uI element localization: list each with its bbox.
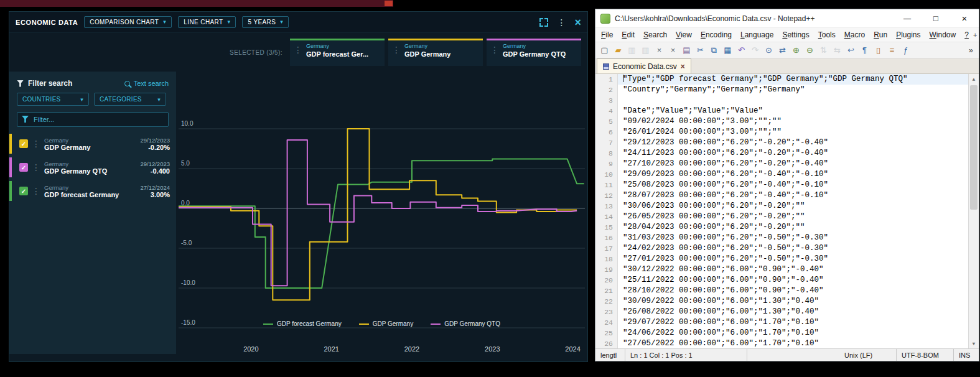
filter-input[interactable]: [17, 112, 169, 127]
drag-handle-icon[interactable]: ⋮: [490, 45, 499, 54]
save-all-icon[interactable]: ▥: [640, 44, 651, 56]
show-all-chars-icon[interactable]: ¶: [859, 44, 870, 56]
menu-item-settings[interactable]: Settings: [778, 29, 813, 40]
legend-item[interactable]: GDP Germany: [359, 320, 413, 327]
fullscreen-icon[interactable]: [539, 18, 548, 27]
countries-dropdown[interactable]: COUNTRIES ▾: [17, 93, 89, 106]
external-window-close-button[interactable]: [385, 1, 393, 6]
line-text[interactable]: "26/01/2024 00:00:00";"3.00";"";"": [618, 127, 968, 137]
series-list-item-gdp-germany-qtq[interactable]: ✓ ⋮ Germany 29/12/2023 GDP Germany QTQ -…: [9, 156, 176, 179]
cut-icon[interactable]: ✂: [694, 44, 706, 56]
line-text[interactable]: "Country";"Germany";"Germany";"Germany": [618, 85, 968, 95]
toolbar-overflow-icon[interactable]: »: [969, 45, 976, 55]
selected-chip-gdp-forecast[interactable]: ⋮ Germany GDP forecast Ger...: [290, 39, 385, 66]
series-list-item-gdp-germany[interactable]: ✓ ⋮ Germany 29/12/2023 GDP Germany -0.20…: [9, 132, 176, 156]
doc-list-icon[interactable]: ≡: [886, 44, 898, 56]
line-text[interactable]: "30/12/2022 00:00:00";"6.00";"0.90";"-0.…: [618, 264, 968, 275]
line-text[interactable]: "29/12/2023 00:00:00";"6.20";"-0.20";"-0…: [618, 137, 968, 148]
line-text[interactable]: "27/10/2023 00:00:00";"6.20";"-0.20";"-0…: [618, 159, 968, 169]
menu-item-file[interactable]: File: [597, 29, 617, 40]
function-list-icon[interactable]: ƒ: [900, 44, 912, 56]
kebab-menu-icon[interactable]: ⋮: [557, 18, 566, 27]
legend-item[interactable]: GDP Germany QTQ: [431, 320, 500, 327]
line-text[interactable]: "28/07/2023 00:00:00";"6.20";"-0.40";"-0…: [618, 190, 968, 201]
maximize-button[interactable]: □: [922, 9, 950, 28]
menu-item-macro[interactable]: Macro: [840, 29, 869, 40]
line-text[interactable]: "28/10/2022 00:00:00";"6.00";"0.90";"-0.…: [618, 286, 968, 296]
categories-dropdown[interactable]: CATEGORIES ▾: [94, 93, 166, 106]
comparison-chart-dropdown[interactable]: COMPARISON CHART ▾: [84, 16, 172, 28]
zoom-out-icon[interactable]: ⊖: [804, 44, 816, 56]
find-icon[interactable]: ⊙: [763, 44, 775, 56]
line-text[interactable]: [618, 95, 968, 106]
copy-icon[interactable]: ⧉: [708, 44, 720, 56]
line-text[interactable]: "24/02/2023 00:00:00";"6.20";"-0.50";"-0…: [618, 243, 968, 254]
close-file-icon[interactable]: ×: [653, 44, 665, 56]
close-icon[interactable]: ×: [574, 17, 581, 28]
minimize-button[interactable]: —: [893, 9, 922, 28]
menu-item-plugins[interactable]: Plugins: [892, 29, 925, 40]
line-text[interactable]: "24/11/2023 00:00:00";"6.20";"-0.20";"-0…: [618, 148, 968, 159]
zoom-in-icon[interactable]: ⊕: [790, 44, 802, 56]
close-all-icon[interactable]: ×: [667, 44, 679, 56]
series-list-item-gdp-forecast-germany[interactable]: ✓ ⋮ Germany 27/12/2024 GDP forecast Germ…: [9, 179, 176, 203]
time-range-dropdown[interactable]: 5 YEARS ▾: [242, 16, 289, 28]
series-checkbox[interactable]: ✓: [19, 163, 28, 172]
sync-v-icon[interactable]: ⇅: [818, 44, 829, 56]
menu-item-run[interactable]: Run: [869, 29, 892, 40]
menu-item-edit[interactable]: Edit: [617, 29, 639, 40]
new-file-icon[interactable]: ▢: [599, 44, 610, 56]
line-text[interactable]: "30/06/2023 00:00:00";"6.20";"-0.20";"": [618, 201, 968, 212]
line-text[interactable]: "25/11/2022 00:00:00";"6.00";"0.90";"-0.…: [618, 275, 968, 286]
line-text[interactable]: "25/08/2023 00:00:00";"6.20";"-0.40";"-0…: [618, 180, 968, 190]
tab-economic-data-csv[interactable]: Economic Data.csv ×: [597, 58, 691, 73]
redo-icon[interactable]: ↷: [749, 44, 761, 56]
drag-handle-icon[interactable]: ⋮: [32, 139, 40, 148]
text-search-tab[interactable]: Text search: [124, 80, 169, 87]
save-icon[interactable]: ▥: [626, 44, 638, 56]
doc-map-icon[interactable]: ▯: [872, 44, 884, 56]
line-text[interactable]: "09/02/2024 00:00:00";"3.00";"";"": [618, 116, 968, 127]
line-text[interactable]: "Date";"Value";"Value";"Value": [618, 106, 968, 116]
editor[interactable]: 1"Type";"GDP forecast Germany";"GDP Germ…: [595, 74, 979, 348]
line-text[interactable]: "26/05/2023 00:00:00";"6.20";"-0.20";"": [618, 212, 968, 222]
series-checkbox[interactable]: ✓: [19, 187, 28, 195]
line-text[interactable]: "Type";"GDP forecast Germany";"GDP Germa…: [618, 74, 968, 85]
selected-chip-gdp-germany[interactable]: ⋮ Germany GDP Germany: [388, 39, 483, 66]
menu-item-?[interactable]: ?: [960, 29, 973, 40]
line-text[interactable]: "28/04/2023 00:00:00";"6.20";"-0.20";"": [618, 222, 968, 233]
menu-item-tools[interactable]: Tools: [814, 29, 840, 40]
vertical-scrollbar[interactable]: ▲ ▼: [968, 74, 979, 348]
scrollbar-thumb[interactable]: [970, 85, 978, 210]
drag-handle-icon[interactable]: ⋮: [32, 187, 40, 195]
drag-handle-icon[interactable]: ⋮: [294, 45, 302, 54]
paste-icon[interactable]: ▦: [722, 44, 734, 56]
line-text[interactable]: "29/09/2023 00:00:00";"6.20";"-0.40";"-0…: [618, 169, 968, 180]
notepadpp-titlebar[interactable]: C:\Users\kohlra\Downloads\Economic Data.…: [595, 9, 979, 28]
editor-text-area[interactable]: 1"Type";"GDP forecast Germany";"GDP Germ…: [595, 74, 968, 348]
selected-chip-gdp-germany-qtq[interactable]: ⋮ Germany GDP Germany QTQ: [487, 39, 581, 66]
replace-icon[interactable]: ⇄: [777, 44, 788, 56]
legend-item[interactable]: GDP forecast Germany: [263, 320, 342, 327]
menu-item-language[interactable]: Language: [736, 29, 778, 40]
scroll-up-icon[interactable]: ▲: [969, 74, 979, 84]
chart-type-dropdown[interactable]: LINE CHART ▾: [178, 16, 236, 28]
line-text[interactable]: "27/01/2023 00:00:00";"6.20";"-0.50";"-0…: [618, 254, 968, 264]
sync-h-icon[interactable]: ⇆: [831, 44, 843, 56]
series-checkbox[interactable]: ✓: [19, 139, 28, 148]
line-text[interactable]: "30/09/2022 00:00:00";"6.00";"1.30";"0.4…: [618, 296, 968, 307]
chart-canvas[interactable]: 10.05.00.0-5.0-10.0-15.02020202120222023…: [176, 72, 589, 363]
drag-handle-icon[interactable]: ⋮: [32, 163, 40, 172]
scroll-down-icon[interactable]: ▼: [969, 338, 979, 348]
open-folder-icon[interactable]: ▰: [612, 44, 624, 56]
chart-area[interactable]: 10.05.00.0-5.0-10.0-15.02020202120222023…: [176, 72, 587, 361]
menu-item-search[interactable]: Search: [639, 29, 671, 40]
plus-icon[interactable]: +: [973, 31, 977, 39]
undo-icon[interactable]: ↶: [735, 44, 747, 56]
word-wrap-icon[interactable]: ↩: [845, 44, 857, 56]
line-text[interactable]: "26/08/2022 00:00:00";"6.00";"1.30";"0.4…: [618, 307, 968, 317]
line-text[interactable]: "29/07/2022 00:00:00";"6.00";"1.70";"0.1…: [618, 317, 968, 328]
menu-item-view[interactable]: View: [671, 29, 696, 40]
tab-close-icon[interactable]: ×: [681, 62, 685, 71]
menu-item-window[interactable]: Window: [925, 29, 961, 40]
